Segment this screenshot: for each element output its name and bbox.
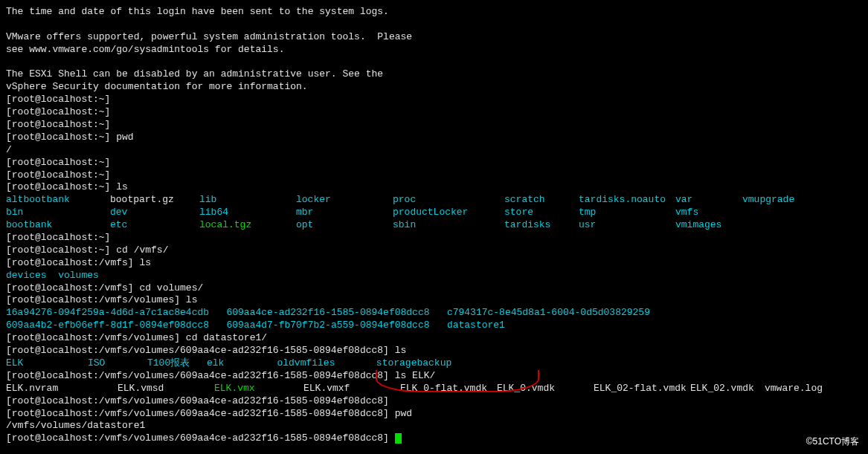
prompt-line: [root@localhost:/vmfs/volumes/609aa4ce-a… [6, 408, 862, 421]
dir-entry: elk [207, 357, 224, 370]
motd-line: The time and date of this login have bee… [6, 6, 862, 19]
motd-line: VMware offers supported, powerful system… [6, 31, 862, 44]
prompt-line: [root@localhost:~] [6, 94, 862, 106]
cursor-icon [395, 433, 402, 444]
dir-entry: 609aa4b2-efb06eff-8d1f-0894ef08dcc8 [6, 320, 209, 331]
dir-entry: volumes [58, 270, 99, 281]
dir-entry: bootbank [6, 219, 110, 232]
output-line: / [6, 144, 862, 157]
prompt-line: [root@localhost:/vmfs/volumes/609aa4ce-a… [6, 370, 862, 383]
dir-entry: T100报表 [147, 357, 207, 370]
dir-entry: mbr [296, 207, 393, 219]
ls-volumes-output: 16a94276-094f259a-4d6d-a7c1ac8e4cdb 609a… [6, 307, 862, 320]
dir-entry: tardisks [504, 219, 579, 232]
prompt-line: [root@localhost:/vmfs/volumes/609aa4ce-a… [6, 345, 862, 357]
file-entry: ELK.vmxf [303, 383, 400, 395]
file-entry: ELK.vmsd [118, 383, 214, 395]
motd-line: see www.vmware.com/go/sysadmintools for … [6, 44, 862, 56]
dir-entry: store [504, 207, 579, 219]
dir-entry: var [675, 194, 742, 207]
dir-entry: lib64 [199, 207, 296, 219]
file-entry: ELK_0-flat.vmdk [400, 383, 497, 395]
dir-entry: ISO [88, 357, 147, 370]
dir-entry: bin [6, 207, 110, 219]
dir-entry: usr [579, 219, 675, 232]
dir-entry: c794317c-8e45d8a1-6004-0d5d03829259 [447, 307, 650, 318]
file-entry: bootpart.gz [110, 194, 199, 207]
prompt-line: [root@localhost:~] [6, 106, 862, 119]
ls-volumes-output: 609aa4b2-efb06eff-8d1f-0894ef08dcc8 609a… [6, 320, 862, 332]
prompt-line[interactable]: [root@localhost:/vmfs/volumes/609aa4ce-a… [6, 432, 862, 445]
dir-entry: proc [393, 194, 504, 207]
prompt-line: [root@localhost:/vmfs/volumes/609aa4ce-a… [6, 395, 862, 408]
prompt-line: [root@localhost:/vmfs/volumes] ls [6, 294, 862, 307]
dir-entry: etc [110, 219, 199, 232]
output-line: /vmfs/volumes/datastore1 [6, 420, 862, 432]
dir-entry: dev [110, 207, 199, 219]
dir-entry: lib [199, 194, 296, 207]
file-entry: vmware.log [765, 383, 868, 395]
dir-entry: tmp [579, 207, 675, 219]
prompt-line: [root@localhost:~] ls [6, 181, 862, 194]
dir-entry: opt [296, 219, 393, 232]
dir-entry: storagebackup [376, 357, 451, 370]
dir-entry: altbootbank [6, 194, 110, 207]
dir-entry: scratch [504, 194, 579, 207]
dir-entry: datastore1 [447, 320, 505, 331]
prompt-line: [root@localhost:/vmfs] cd volumes/ [6, 282, 862, 295]
terminal-output[interactable]: The time and date of this login have bee… [6, 6, 862, 445]
dir-entry: locker [296, 194, 393, 207]
watermark-text: ©51CTO博客 [806, 436, 859, 448]
dir-entry: ELK [6, 357, 88, 370]
dir-entry: 609aa4d7-fb70f7b2-a559-0894ef08dcc8 [226, 320, 429, 331]
ls-vmfs-output: devices volumes [6, 270, 862, 282]
prompt-line: [root@localhost:~] [6, 119, 862, 132]
dir-entry: devices [6, 270, 47, 281]
file-entry: ELK_0.vmdk [497, 383, 594, 395]
dir-entry: vmfs [675, 207, 742, 219]
prompt-line: [root@localhost:/vmfs] ls [6, 257, 862, 270]
prompt-line: [root@localhost:~] [6, 169, 862, 182]
prompt-line: [root@localhost:~] [6, 157, 862, 169]
prompt-line: [root@localhost:/vmfs/volumes] cd datast… [6, 332, 862, 345]
dir-entry: vmupgrade [742, 194, 832, 207]
ls-datastore-output: ELK ISO T100报表 elk oldvmfiles storagebac… [6, 357, 862, 370]
prompt-line: [root@localhost:~] pwd [6, 132, 862, 144]
motd-line: The ESXi Shell can be disabled by an adm… [6, 68, 862, 81]
prompt-line: [root@localhost:~] cd /vmfs/ [6, 244, 862, 257]
dir-entry: vmimages [675, 219, 742, 232]
motd-line: vSphere Security documentation for more … [6, 81, 862, 94]
dir-entry: sbin [393, 219, 504, 232]
dir-entry: tardisks.noauto [579, 194, 675, 207]
dir-entry: 16a94276-094f259a-4d6d-a7c1ac8e4cdb [6, 307, 209, 318]
file-entry: ELK_02.vmdk [690, 383, 765, 395]
dir-entry: oldvmfiles [277, 357, 335, 370]
prompt-line: [root@localhost:~] [6, 232, 862, 244]
exec-entry: ELK.vmx [214, 383, 303, 395]
exec-entry: local.tgz [199, 219, 296, 232]
file-entry: ELK.nvram [6, 383, 118, 395]
ls-elk-output: ELK.nvram ELK.vmsd ELK.vmx ELK.vmxf ELK_… [6, 383, 862, 395]
dir-entry: 609aa4ce-ad232f16-1585-0894ef08dcc8 [226, 307, 429, 318]
dir-entry: productLocker [393, 207, 504, 219]
file-entry: ELK_02-flat.vmdk [594, 383, 690, 395]
ls-root-output: altbootbank bootpart.gz lib locker proc … [6, 194, 862, 232]
